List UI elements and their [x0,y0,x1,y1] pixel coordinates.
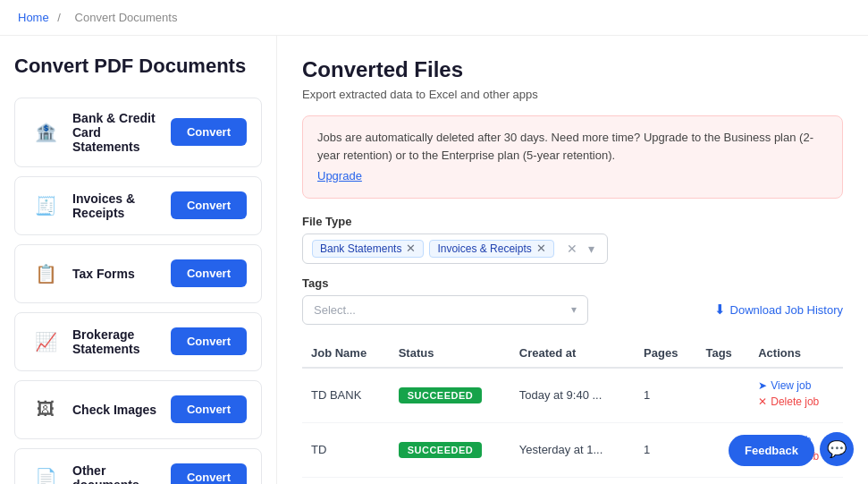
tags-label: Tags [302,276,843,290]
sidebar-label-check: Check Images [72,403,156,417]
chevron-down-icon: ▾ [571,303,577,316]
job-name: Example [302,477,390,484]
download-job-history-link[interactable]: ⬇ Download Job History [714,301,843,318]
file-type-label: File Type [302,215,843,228]
sidebar-icon-invoices: 🧾 [29,190,62,222]
job-pages: 1 [635,477,696,484]
job-actions: ➤ View job ✕ Delete job [749,477,843,484]
sidebar-item-left-brokerage: 📈 Brokerage Statements [29,326,171,358]
sidebar-item-left-bank: 🏦 Bank & Credit Card Statements [29,111,171,154]
col-header-actions: Actions [749,339,843,368]
job-status: Succeeded [390,477,510,484]
sidebar-item-left-invoices: 🧾 Invoices & Receipts [29,190,171,222]
job-tags [696,477,749,484]
file-type-select-box[interactable]: Bank Statements✕Invoices & Receipts✕ ✕ ▾ [302,234,608,264]
convert-button-tax[interactable]: Convert [171,259,247,287]
col-header-status: Status [390,339,510,368]
sidebar-label-other: Other documents [72,463,171,484]
file-type-chip: Invoices & Receipts✕ [429,240,553,258]
job-name: TD [302,422,390,477]
sidebar-item-check[interactable]: 🖼 Check Images Convert [14,380,262,439]
breadcrumb-home[interactable]: Home [18,11,49,24]
status-badge: Succeeded [399,387,483,403]
convert-button-brokerage[interactable]: Convert [171,327,247,355]
chip-label: Bank Statements [320,242,401,255]
page-subtitle: Export extracted data to Excel and other… [302,88,843,101]
sidebar-item-left-check: 🖼 Check Images [29,394,156,426]
job-pages: 1 [635,368,696,423]
sidebar-label-tax: Tax Forms [72,267,135,281]
job-tags [696,368,749,423]
col-header-pages: Pages [635,339,696,368]
table-row: Example Succeeded Yesterday at 9:... 1 ➤… [302,477,843,484]
download-icon: ⬇ [714,301,726,318]
view-job-link[interactable]: ➤ View job [758,379,834,392]
sidebar-item-brokerage[interactable]: 📈 Brokerage Statements Convert [14,312,262,371]
job-created: Today at 9:40 ... [510,368,635,423]
expand-filter-button[interactable]: ▾ [585,240,598,258]
chip-label: Invoices & Receipts [437,242,531,255]
job-actions: ➤ View job ✕ Delete job [749,368,843,423]
sidebar-item-invoices[interactable]: 🧾 Invoices & Receipts Convert [14,176,262,235]
delete-icon: ✕ [758,395,767,408]
sidebar-item-bank[interactable]: 🏦 Bank & Credit Card Statements Convert [14,98,262,167]
file-type-filter: File Type Bank Statements✕Invoices & Rec… [302,215,843,264]
page-title: Converted Files [302,57,843,82]
sidebar-item-left-other: 📄 Other documents [29,462,171,484]
job-created: Yesterday at 1... [510,422,635,477]
download-label: Download Job History [730,303,843,317]
sidebar-label-bank: Bank & Credit Card Statements [72,111,171,154]
col-header-tags: Tags [696,339,749,368]
sidebar-label-brokerage: Brokerage Statements [72,327,171,356]
convert-button-other[interactable]: Convert [171,463,247,484]
job-status: Succeeded [390,368,510,423]
chip-remove-button[interactable]: ✕ [406,242,416,254]
tags-placeholder: Select... [314,303,356,317]
sidebar-item-tax[interactable]: 📋 Tax Forms Convert [14,244,262,303]
sidebar-icon-brokerage: 📈 [29,326,62,358]
chat-icon: 💬 [827,439,847,459]
job-status: Succeeded [390,422,510,477]
clear-filter-button[interactable]: ✕ [563,240,581,258]
sidebar-icon-other: 📄 [29,462,62,484]
sidebar-item-other[interactable]: 📄 Other documents Convert [14,448,262,484]
sidebar-title: Convert PDF Documents [14,54,262,80]
delete-job-link[interactable]: ✕ Delete job [758,395,834,408]
col-header-job-name: Job Name [302,339,390,368]
convert-button-invoices[interactable]: Convert [171,191,247,219]
sidebar-label-invoices: Invoices & Receipts [72,191,171,220]
breadcrumb-separator: / [57,11,61,24]
sidebar: Convert PDF Documents 🏦 Bank & Credit Ca… [0,36,277,484]
sidebar-icon-check: 🖼 [29,394,62,426]
upgrade-link[interactable]: Upgrade [317,167,828,185]
main-content: Converted Files Export extracted data to… [277,36,868,484]
sidebar-icon-bank: 🏦 [29,116,62,149]
chip-remove-button[interactable]: ✕ [536,242,546,254]
job-pages: 1 [635,422,696,477]
convert-button-check[interactable]: Convert [171,395,247,423]
sidebar-icon-tax: 📋 [29,258,62,290]
arrow-icon: ➤ [758,379,767,392]
table-row: TD BANK Succeeded Today at 9:40 ... 1 ➤ … [302,368,843,423]
tags-select[interactable]: Select... ▾ [302,295,588,325]
job-created: Yesterday at 9:... [510,477,635,484]
breadcrumb-current: Convert Documents [75,11,178,24]
tags-filter: Tags Select... ▾ ⬇ Download Job History [302,276,843,325]
status-badge: Succeeded [399,442,483,458]
breadcrumb: Home / Convert Documents [0,0,868,36]
job-name: TD BANK [302,368,390,423]
feedback-button[interactable]: Feedback [729,435,814,466]
col-header-created-at: Created at [510,339,635,368]
chat-icon-button[interactable]: 💬 [820,432,854,466]
sidebar-item-left-tax: 📋 Tax Forms [29,258,135,290]
file-type-chip: Bank Statements✕ [312,240,424,258]
alert-message: Jobs are automatically deleted after 30 … [317,131,813,162]
convert-button-bank[interactable]: Convert [171,118,247,146]
alert-banner: Jobs are automatically deleted after 30 … [302,115,843,199]
